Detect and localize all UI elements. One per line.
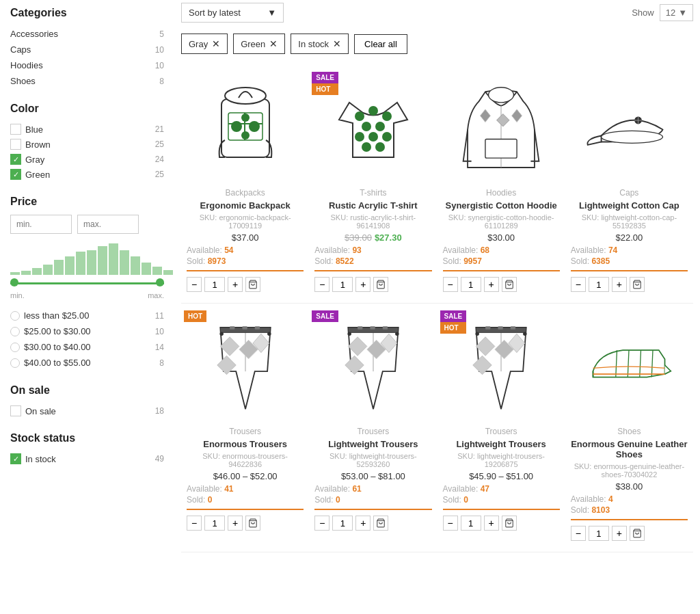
qty-input[interactable] [204,277,225,292]
onsale-item[interactable]: On sale 18 [10,403,164,418]
add-to-cart-button[interactable] [630,526,645,541]
onsale-label: On sale [25,406,56,416]
svg-point-28 [602,131,663,143]
sort-dropdown[interactable]: Sort by latest ▼ [181,3,284,23]
histogram-bar [120,250,129,275]
price-range-radio[interactable] [10,327,20,336]
instock-label: In stock [25,454,56,464]
categories-section: Categories Accessories5Caps10Hoodies10Sh… [10,7,164,89]
remove-gray-icon[interactable]: ✕ [212,38,220,49]
color-item-gray[interactable]: Gray24 [10,152,164,167]
remove-instock-icon[interactable]: ✕ [333,38,341,49]
qty-controls: − + [314,277,431,292]
product-name[interactable]: Lightweight Trousers [443,439,560,449]
qty-decrease-button[interactable]: − [187,277,202,292]
clear-all-button[interactable]: Clear all [354,34,407,54]
qty-input[interactable] [461,277,481,292]
color-checkbox-brown[interactable] [10,139,21,150]
product-name[interactable]: Lightweight Trousers [314,439,431,449]
qty-increase-button[interactable]: + [612,526,627,541]
color-item-blue[interactable]: Blue21 [10,122,164,137]
product-category: Hoodies [443,188,560,198]
price-range-radio[interactable] [10,343,20,352]
product-name[interactable]: Ergonomic Backpack [187,200,304,211]
onsale-checkbox[interactable] [10,405,21,416]
qty-input[interactable] [589,526,609,541]
instock-item[interactable]: In stock 49 [10,451,164,466]
qty-decrease-button[interactable]: − [314,277,329,292]
qty-increase-button[interactable]: + [484,277,499,292]
category-item-hoodies[interactable]: Hoodies10 [10,57,164,73]
price-range-item[interactable]: less than $25.0011 [10,308,164,323]
qty-input[interactable] [332,277,353,292]
qty-input[interactable] [589,277,609,292]
product-name[interactable]: Enormous Genuine Leather Shoes [571,439,688,459]
product-name[interactable]: Rustic Acrylic T-shirt [314,200,431,211]
svg-rect-37 [254,326,259,330]
qty-increase-button[interactable]: + [484,516,499,531]
product-image [187,72,304,181]
qty-controls: − + [187,516,304,531]
price-range-item[interactable]: $25.00 to $30.0010 [10,323,164,339]
product-name[interactable]: Enormous Trousers [187,439,304,449]
qty-increase-button[interactable]: + [228,277,243,292]
add-to-cart-button[interactable] [245,277,260,292]
color-checkbox-green[interactable] [10,169,21,180]
svg-point-3 [231,121,242,132]
qty-decrease-button[interactable]: − [443,277,458,292]
sort-label: Sort by latest [189,8,241,18]
product-name[interactable]: Synergistic Cotton Hoodie [443,200,560,211]
add-to-cart-button[interactable] [373,516,388,531]
histogram-bar [152,267,162,275]
category-item-shoes[interactable]: Shoes8 [10,73,164,89]
filter-tag-gray[interactable]: Gray ✕ [181,34,228,54]
price-min-input[interactable] [10,215,72,234]
add-to-cart-button[interactable] [245,516,260,531]
qty-increase-button[interactable]: + [355,516,371,531]
filter-tag-instock[interactable]: In stock ✕ [291,34,349,54]
qty-decrease-button[interactable]: − [443,516,458,531]
qty-input[interactable] [461,516,481,531]
product-availability: Available: 54 [187,245,304,255]
price-range-radio[interactable] [10,358,20,368]
qty-decrease-button[interactable]: − [187,516,202,531]
color-checkbox-blue[interactable] [10,124,21,135]
category-item-accessories[interactable]: Accessories5 [10,26,164,42]
add-to-cart-button[interactable] [373,277,388,292]
product-bar [187,509,304,510]
add-to-cart-button[interactable] [502,516,517,531]
qty-decrease-button[interactable]: − [571,277,586,292]
qty-increase-button[interactable]: + [228,516,243,531]
price-slider[interactable] [10,279,164,289]
category-item-caps[interactable]: Caps10 [10,42,164,57]
remove-green-icon[interactable]: ✕ [269,38,278,49]
price-max-input[interactable] [77,215,139,234]
instock-checkbox[interactable] [10,453,21,464]
svg-point-11 [368,106,378,116]
onsale-count: 18 [155,406,164,416]
product-name[interactable]: Lightweight Cotton Cap [571,200,688,211]
price-range-item[interactable]: $30.00 to $40.0014 [10,339,164,355]
qty-increase-button[interactable]: + [612,277,627,292]
qty-input[interactable] [332,516,353,531]
price-range-radio[interactable] [10,311,20,321]
product-sku: SKU: lightweight-trousers-19206875 [443,452,560,468]
price-range-item[interactable]: $40.00 to $55.008 [10,355,164,371]
product-price: $22.00 [571,232,688,243]
product-card-3: Hoodies Synergistic Cotton Hoodie SKU: s… [438,65,565,304]
qty-increase-button[interactable]: + [355,277,371,292]
add-to-cart-button[interactable] [630,277,645,292]
color-checkbox-gray[interactable] [10,154,21,165]
product-category: Shoes [571,427,688,436]
qty-input[interactable] [204,516,225,531]
qty-decrease-button[interactable]: − [314,516,329,531]
filter-tag-green[interactable]: Green ✕ [233,34,285,54]
product-bar [571,519,688,520]
qty-decrease-button[interactable]: − [571,526,586,541]
product-availability: Available: 74 [571,245,688,255]
show-select[interactable]: 12 ▼ [660,4,693,21]
add-to-cart-button[interactable] [502,277,517,292]
color-item-green[interactable]: Green25 [10,167,164,182]
show-chevron-icon: ▼ [678,8,687,18]
color-item-brown[interactable]: Brown25 [10,137,164,152]
